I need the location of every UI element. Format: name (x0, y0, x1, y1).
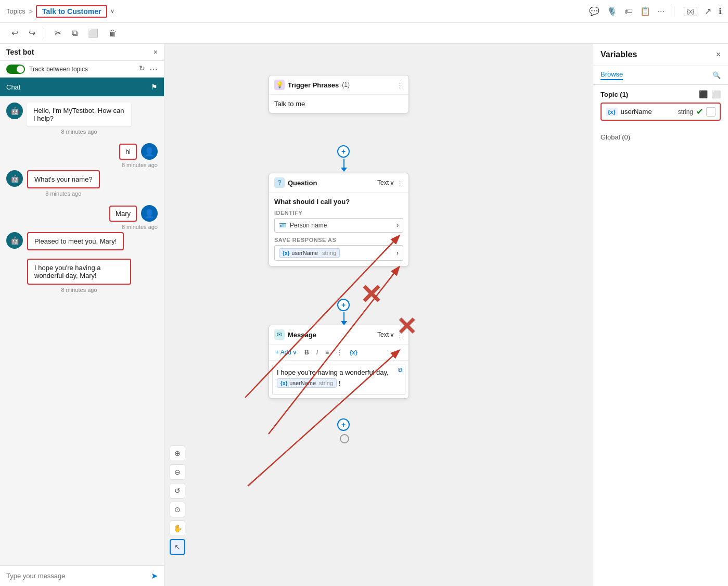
breadcrumb-current[interactable]: Talk to Customer (36, 5, 107, 18)
chat-input-area: ➤ (0, 565, 164, 586)
bot-message-1: 🤖 Hello, I'm MyTestbot. How can I help? … (6, 103, 158, 135)
redo-button[interactable]: ↪ (25, 26, 39, 40)
copy-icon[interactable]: 📋 (640, 6, 650, 16)
var-item-type: string (678, 108, 693, 116)
message-more-icon[interactable]: ⋮ (397, 331, 403, 339)
var-x-label: {x} (283, 250, 289, 256)
bot-message-4: I hope you're having a wonderful day, Ma… (6, 259, 158, 293)
identify-label: Identify (274, 210, 403, 216)
list-button[interactable]: ⋮ (334, 348, 344, 357)
connector-plus-3[interactable]: + (337, 418, 350, 431)
trigger-title: Trigger Phrases (288, 81, 339, 89)
bot-bubble-4: I hope you're having a wonderful day, Ma… (27, 259, 131, 285)
chat-messages: 🤖 Hello, I'm MyTestbot. How can I help? … (0, 96, 164, 565)
bot-time-1: 8 minutes ago (27, 129, 131, 135)
trigger-badge: (1) (342, 81, 350, 88)
trigger-more-icon[interactable]: ⋮ (397, 81, 403, 89)
bot-bubble-1: Hello, I'm MyTestbot. How can I help? (27, 103, 131, 126)
delete-button[interactable]: 🗑 (106, 27, 120, 40)
canvas-tools: ⊕ ⊖ ↺ ⊙ ✋ ↖ (170, 445, 185, 555)
italic-button[interactable]: I (314, 348, 320, 357)
var-topic-section: Topic (1) ⬛ ⬜ {x} userName string ✔ (593, 85, 728, 129)
annotations-overlay: ✕ ✕ (164, 44, 593, 586)
message-text: I hope you're having a wonderful day, (277, 368, 401, 376)
var-panel-header: Variables × (593, 44, 728, 66)
undo-button[interactable]: ↩ (8, 26, 21, 40)
var-insert-button[interactable]: {x} (348, 348, 360, 356)
connector-plus-1[interactable]: + (337, 145, 350, 158)
zoom-in-button[interactable]: ⊕ (170, 445, 185, 461)
paste-button[interactable]: ⬜ (85, 26, 101, 40)
track-toggle-switch[interactable] (6, 65, 25, 74)
send-icon[interactable]: ➤ (151, 571, 158, 581)
user-time-1: 8 minutes ago (122, 162, 158, 168)
question-content: What should I call you? Identify 🪪 Perso… (269, 193, 408, 266)
var-export-icon[interactable]: ⬛ (699, 90, 708, 98)
chat-icon[interactable]: 💬 (589, 6, 599, 16)
var-import-icon[interactable]: ⬜ (712, 90, 721, 98)
select-button[interactable]: ↖ (170, 539, 185, 555)
close-icon[interactable]: × (154, 48, 158, 56)
toggle-knob (17, 66, 24, 73)
save-response-select[interactable]: {x} userName string › (274, 245, 403, 261)
bot-title: Test bot (6, 48, 34, 56)
chat-panel: Test bot × Track between topics ↻ ⋯ Chat… (0, 44, 164, 586)
align-button[interactable]: ≡ (323, 348, 331, 357)
message-icon: ✉ (274, 329, 285, 340)
connector-arrow-1 (341, 168, 347, 172)
chat-input[interactable] (6, 572, 151, 580)
message-text-dropdown[interactable]: Text ∨ (377, 331, 394, 338)
toolbar-separator (45, 28, 45, 39)
user-bubble-1: hi (119, 144, 137, 160)
bold-button[interactable]: B (302, 348, 311, 357)
reset-view-button[interactable]: ↺ (170, 483, 185, 499)
cut-button[interactable]: ✂ (52, 26, 65, 40)
copy-content-icon[interactable]: ⧉ (398, 366, 403, 374)
more-icon[interactable]: ··· (658, 7, 665, 16)
message-var-name: userName (289, 380, 316, 386)
user-time-2: 8 minutes ago (122, 224, 158, 230)
header-icons: × (154, 48, 158, 56)
var-item-box[interactable] (706, 107, 716, 117)
center-button[interactable]: ⊙ (170, 502, 185, 517)
svg-text:✕: ✕ (360, 279, 382, 310)
refresh-icon[interactable]: ↻ (139, 64, 145, 74)
var-panel-close-icon[interactable]: × (716, 50, 721, 59)
copy-button[interactable]: ⧉ (69, 27, 81, 40)
breadcrumb-topics[interactable]: Topics (6, 7, 25, 15)
chat-tab[interactable]: Chat (6, 83, 20, 91)
end-circle (340, 434, 349, 443)
canvas-area[interactable]: 💡 Trigger Phrases (1) ⋮ Talk to me + (164, 44, 593, 586)
text-dropdown[interactable]: Text ∨ (377, 179, 394, 186)
question-text: What should I call you? (274, 198, 403, 206)
var-search-icon[interactable]: 🔍 (712, 71, 721, 79)
message-var-tag: {x} userName string (277, 378, 337, 388)
zoom-out-button[interactable]: ⊖ (170, 464, 185, 480)
add-button[interactable]: + Add ∨ (273, 348, 299, 357)
person-icon: 🪪 (279, 222, 287, 229)
mic-icon[interactable]: 🎙️ (607, 6, 617, 16)
pan-button[interactable]: ✋ (170, 520, 185, 536)
trigger-text: Talk to me (274, 98, 305, 110)
track-label: Track between topics (29, 66, 135, 73)
connector-plus-2[interactable]: + (337, 299, 350, 311)
identify-select[interactable]: 🪪 Person name › (274, 218, 403, 233)
chevron-down-icon[interactable]: ∨ (110, 8, 114, 15)
var-tab-browse[interactable]: Browse (601, 70, 623, 80)
var-tabs: Browse 🔍 (593, 66, 728, 85)
info-icon[interactable]: ℹ (719, 6, 722, 16)
var-item-check-icon[interactable]: ✔ (696, 107, 703, 117)
breadcrumb: Topics > Talk to Customer ∨ (6, 5, 586, 18)
tag-icon[interactable]: 🏷 (624, 7, 633, 16)
bot-avatar-2: 🤖 (6, 170, 23, 187)
user-bubble-2: Mary (109, 206, 137, 222)
question-more-icon[interactable]: ⋮ (397, 179, 403, 187)
message-content-area: ⧉ I hope you're having a wonderful day, … (272, 364, 405, 395)
more-options-icon[interactable]: ⋯ (149, 64, 158, 74)
var-name: userName (291, 250, 318, 256)
user-avatar-1: 👤 (141, 143, 158, 160)
var-panel-title: Variables (601, 50, 637, 59)
flag-icon[interactable]: ⚑ (151, 83, 158, 91)
analytics-icon[interactable]: ↗ (705, 6, 711, 16)
var-icon[interactable]: {x} (684, 7, 697, 16)
